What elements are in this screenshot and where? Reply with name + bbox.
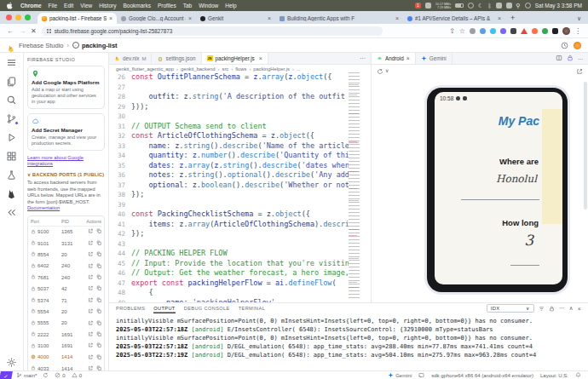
workspace-chip[interactable]: ◦ packing-list bbox=[72, 42, 118, 49]
output-source-select[interactable]: IDX∨ bbox=[487, 304, 534, 313]
panel-collapse-icon[interactable]: ∧ bbox=[569, 305, 574, 312]
notifications-bell-icon[interactable] bbox=[575, 372, 581, 378]
copy-icon[interactable] bbox=[96, 240, 102, 247]
site-info-icon[interactable] bbox=[47, 29, 51, 33]
bluetooth-icon[interactable]: ᛒ bbox=[487, 3, 491, 9]
menu-item-history[interactable]: History bbox=[99, 3, 116, 9]
open-external-icon[interactable] bbox=[88, 354, 94, 361]
breadcrumb-item[interactable]: packingHelper.js bbox=[253, 66, 290, 72]
tab-close-icon[interactable]: × bbox=[188, 15, 192, 21]
collapse-icon[interactable] bbox=[6, 206, 18, 218]
branch-indicator[interactable]: main* bbox=[16, 372, 37, 378]
menu-item-view[interactable]: View bbox=[80, 3, 92, 9]
back-button[interactable]: ← bbox=[7, 27, 14, 35]
breadcrumb[interactable]: genkit_flutter_agentic_app›genkit_backen… bbox=[109, 65, 371, 72]
extension-icon[interactable] bbox=[542, 28, 548, 34]
share-icon[interactable]: ⇪ bbox=[449, 27, 455, 35]
run-debug-icon[interactable] bbox=[6, 131, 18, 143]
apple-icon[interactable] bbox=[6, 2, 14, 9]
split-editor-icon[interactable] bbox=[556, 55, 562, 62]
open-external-icon[interactable] bbox=[88, 240, 94, 247]
panel-tab-output[interactable]: OUTPUT bbox=[153, 303, 175, 313]
extension-icon[interactable] bbox=[480, 28, 486, 34]
copy-icon[interactable] bbox=[96, 297, 102, 304]
editor-more-actions-icon[interactable]: ⋯ bbox=[355, 53, 371, 64]
open-external-icon[interactable] bbox=[88, 331, 94, 338]
files-icon[interactable] bbox=[6, 75, 18, 87]
circle-status-icon[interactable] bbox=[468, 3, 474, 9]
menu-item-window[interactable]: Window bbox=[199, 3, 218, 9]
moon-icon[interactable]: ☾ bbox=[478, 3, 483, 9]
extension-icon[interactable] bbox=[500, 28, 506, 34]
copy-icon[interactable] bbox=[96, 320, 102, 327]
browser-tab[interactable]: Building Agentic Apps with F× bbox=[275, 13, 403, 24]
extension-icon[interactable] bbox=[552, 28, 558, 34]
lock-icon[interactable] bbox=[567, 55, 574, 62]
tab-close-icon[interactable]: × bbox=[268, 15, 271, 21]
extension-icon[interactable] bbox=[470, 28, 476, 34]
menu-item-profiles[interactable]: Profiles bbox=[158, 3, 176, 9]
warnings-indicator[interactable]: 0 bbox=[72, 372, 82, 378]
breadcrumb-item[interactable]: src bbox=[222, 66, 229, 72]
menu-item-bookmarks[interactable]: Bookmarks bbox=[123, 3, 151, 9]
user-avatar[interactable] bbox=[574, 42, 581, 49]
open-external-icon[interactable] bbox=[88, 285, 94, 292]
phone-screen[interactable]: 10:58 My Pac Where are Honolul How long … bbox=[435, 92, 562, 284]
tab-search-chevron-icon[interactable]: ∨ bbox=[570, 13, 588, 24]
firebase-icon[interactable] bbox=[6, 187, 18, 199]
panel-more-icon[interactable]: ⋯ bbox=[559, 305, 565, 312]
filter-icon[interactable] bbox=[539, 306, 545, 312]
profile-avatar[interactable] bbox=[562, 27, 570, 35]
refresh-chevron-icon[interactable]: ∨ bbox=[385, 67, 389, 73]
cast-icon[interactable] bbox=[418, 372, 424, 378]
open-external-icon[interactable] bbox=[88, 251, 94, 258]
menubar-clock[interactable]: Sat May 3 3:58 PM bbox=[535, 3, 582, 9]
open-external-icon[interactable] bbox=[88, 297, 94, 304]
preview-tab-gemini[interactable]: Gemini bbox=[416, 53, 453, 64]
browser-tab[interactable]: #1 API/Service Details – APIs &× bbox=[403, 13, 505, 24]
open-external-icon[interactable] bbox=[88, 342, 94, 349]
tab-close-icon[interactable]: × bbox=[406, 55, 410, 61]
tab-close-icon[interactable]: × bbox=[395, 15, 399, 21]
answer-days-input[interactable]: 3 bbox=[524, 232, 533, 249]
log-output[interactable]: initiallyVisible mSurfacePosition=Point(… bbox=[109, 313, 588, 359]
open-in-window-icon[interactable] bbox=[576, 63, 583, 78]
keyboard-layout[interactable]: Layout: U.S. bbox=[540, 373, 568, 378]
panel-tab-problems[interactable]: PROBLEMS bbox=[116, 303, 145, 313]
settings-gear-icon[interactable] bbox=[6, 356, 18, 368]
copy-icon[interactable] bbox=[96, 354, 102, 361]
minimize-window-button[interactable] bbox=[15, 14, 21, 20]
display-icon[interactable] bbox=[506, 3, 512, 9]
bookmark-star-icon[interactable]: ☆ bbox=[459, 27, 465, 35]
documentation-link[interactable]: Documentation bbox=[27, 205, 60, 210]
tab-close-icon[interactable]: × bbox=[259, 55, 262, 61]
copy-icon[interactable] bbox=[96, 285, 102, 292]
zoom-window-button[interactable] bbox=[25, 14, 31, 20]
stop-reload-button[interactable]: ✕ bbox=[31, 27, 37, 35]
history-icon[interactable] bbox=[561, 37, 568, 53]
breadcrumb-item[interactable]: genkit_backend bbox=[181, 66, 216, 72]
preview-scrollbar[interactable] bbox=[584, 82, 587, 210]
breadcrumb-item[interactable]: genkit_flutter_agentic_app bbox=[116, 66, 174, 72]
breadcrumb-item[interactable]: flows bbox=[235, 66, 246, 72]
extension-icon[interactable] bbox=[521, 28, 527, 34]
code-area[interactable]: 26const OutfitPlannerSchema = z.array(z.… bbox=[109, 72, 349, 302]
notification-badge-icon[interactable]: 1 bbox=[415, 3, 421, 9]
preview-more-icon[interactable]: ⋯ bbox=[578, 55, 583, 61]
editor-tab[interactable]: dev.nixM bbox=[109, 53, 152, 64]
battery-icon[interactable] bbox=[455, 3, 464, 8]
labs-icon[interactable] bbox=[6, 169, 18, 181]
copy-icon[interactable] bbox=[96, 251, 102, 258]
menu-icon[interactable] bbox=[6, 56, 18, 68]
search-spotlight-icon[interactable]: ⚲ bbox=[516, 3, 521, 9]
integration-card[interactable]: Add Secret ManagerCreate, manage and vie… bbox=[27, 113, 105, 151]
open-external-icon[interactable] bbox=[88, 308, 94, 315]
copy-icon[interactable] bbox=[96, 308, 102, 315]
address-bar[interactable]: studio.firebase.google.com/packing-list-… bbox=[42, 26, 383, 36]
browser-menu-icon[interactable]: ⋮ bbox=[574, 27, 581, 35]
close-window-button[interactable] bbox=[6, 14, 12, 20]
tab-close-icon[interactable]: × bbox=[498, 15, 501, 21]
editor-tab[interactable]: JSpackingHelper.js× bbox=[202, 53, 268, 64]
refresh-icon[interactable] bbox=[377, 63, 383, 78]
minimap[interactable] bbox=[349, 72, 367, 301]
